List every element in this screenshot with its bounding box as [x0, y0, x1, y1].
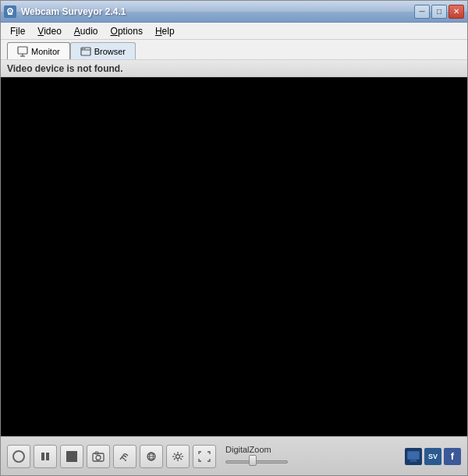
- svg-rect-32: [410, 461, 417, 462]
- svg-rect-3: [18, 47, 27, 54]
- tray-monitor-icon: [406, 450, 420, 463]
- window-controls: ─ □ ✕: [414, 5, 464, 19]
- record-icon: [12, 450, 25, 463]
- svg-point-21: [176, 454, 180, 458]
- stop-button[interactable]: [60, 445, 83, 468]
- status-message: Video device is not found.: [7, 63, 122, 74]
- pause-icon: [40, 451, 51, 462]
- pause-button[interactable]: [34, 445, 57, 468]
- zoom-track: [225, 460, 288, 464]
- snapshot-icon: [92, 451, 105, 462]
- tray-icons: SV f: [405, 448, 461, 465]
- tab-bar: Monitor Browser: [1, 40, 467, 60]
- browser-tab-icon: [80, 46, 91, 57]
- svg-rect-11: [46, 453, 49, 460]
- svg-point-8: [82, 48, 83, 49]
- settings-icon: [172, 451, 184, 462]
- broadcast-icon: [145, 451, 158, 462]
- video-display: [1, 77, 467, 436]
- svg-line-29: [174, 458, 176, 460]
- record-video-button[interactable]: [7, 445, 30, 468]
- title-bar: Webcam Surveyor 2.4.1 ─ □ ✕: [1, 1, 467, 23]
- menu-options[interactable]: Options: [105, 24, 149, 38]
- tab-monitor-label: Monitor: [31, 47, 60, 56]
- tray-icon-facebook[interactable]: f: [444, 448, 461, 465]
- menu-audio[interactable]: Audio: [68, 24, 105, 38]
- svg-rect-1: [8, 13, 12, 15]
- motion-icon: [119, 451, 131, 462]
- bottom-toolbar: DigitalZoom SV f: [1, 436, 467, 475]
- maximize-button[interactable]: □: [431, 5, 447, 19]
- svg-line-26: [174, 453, 176, 454]
- tray-sv-label: SV: [428, 453, 438, 460]
- zoom-slider[interactable]: [225, 456, 288, 468]
- svg-point-2: [9, 10, 11, 12]
- app-icon: [4, 5, 16, 18]
- facebook-icon: f: [451, 450, 454, 462]
- svg-line-28: [180, 453, 182, 454]
- tab-browser[interactable]: Browser: [70, 42, 136, 59]
- menu-help[interactable]: Help: [149, 24, 181, 38]
- svg-point-13: [96, 455, 101, 460]
- svg-point-15: [125, 460, 126, 461]
- tray-icon-sv[interactable]: SV: [424, 448, 441, 465]
- monitor-tab-icon: [17, 46, 28, 57]
- svg-point-9: [83, 48, 85, 49]
- zoom-thumb: [249, 455, 257, 466]
- svg-rect-30: [407, 451, 420, 460]
- tab-browser-label: Browser: [94, 47, 126, 56]
- motion-button[interactable]: [113, 445, 136, 468]
- fullscreen-icon: [198, 451, 211, 462]
- svg-rect-31: [410, 460, 417, 461]
- svg-rect-10: [41, 453, 44, 460]
- broadcast-button[interactable]: [140, 445, 163, 468]
- menu-bar: File Video Audio Options Help: [1, 23, 467, 40]
- minimize-button[interactable]: ─: [414, 5, 430, 19]
- main-window: Webcam Surveyor 2.4.1 ─ □ ✕ File Video A…: [0, 0, 468, 476]
- tab-monitor[interactable]: Monitor: [7, 42, 70, 59]
- menu-video[interactable]: Video: [31, 24, 67, 38]
- fullscreen-button[interactable]: [193, 445, 216, 468]
- zoom-section: DigitalZoom: [225, 445, 288, 468]
- tray-icon-monitor[interactable]: [405, 448, 422, 465]
- menu-file[interactable]: File: [4, 24, 31, 38]
- stop-icon: [66, 451, 77, 462]
- window-title: Webcam Surveyor 2.4.1: [21, 6, 414, 17]
- status-bar: Video device is not found.: [1, 60, 467, 77]
- svg-line-27: [180, 458, 182, 460]
- settings-button[interactable]: [166, 445, 190, 468]
- zoom-label: DigitalZoom: [225, 445, 271, 454]
- close-button[interactable]: ✕: [448, 5, 464, 19]
- snapshot-button[interactable]: [87, 445, 110, 468]
